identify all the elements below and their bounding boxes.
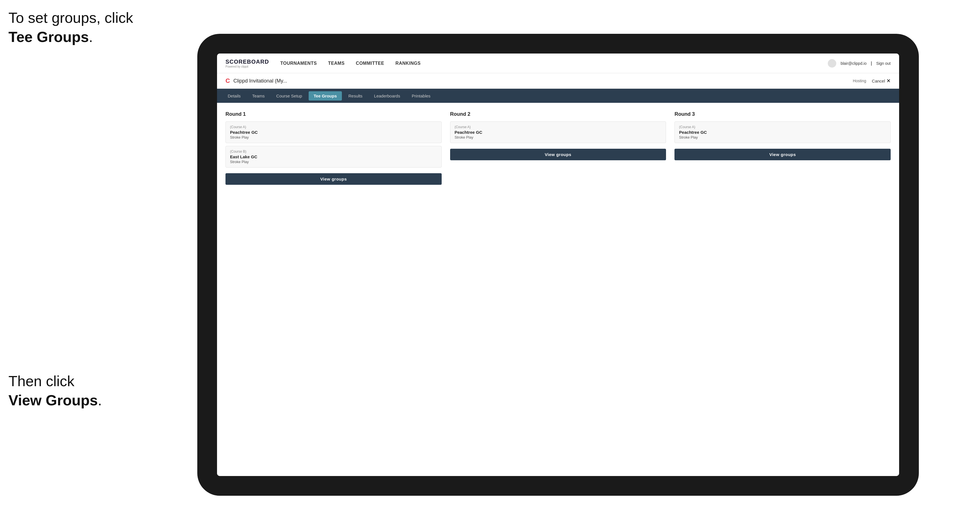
logo-sub: Powered by clippit	[226, 65, 269, 68]
tab-course-setup[interactable]: Course Setup	[271, 91, 307, 100]
instruction-top: To set groups, click Tee Groups.	[8, 8, 133, 46]
separator: |	[871, 61, 872, 66]
instruction-bottom: Then click View Groups.	[8, 372, 102, 410]
cancel-x-icon[interactable]: ✕	[886, 78, 891, 84]
user-email: blair@clippd.io	[840, 61, 866, 66]
nav-teams[interactable]: TEAMS	[328, 61, 345, 66]
round-2-course-a-label: (Course A)	[455, 125, 662, 129]
round-1-course-a-format: Stroke Play	[230, 135, 437, 140]
tab-details[interactable]: Details	[223, 91, 246, 100]
round-1-title: Round 1	[226, 111, 442, 117]
logo-text: SCOREBOARD	[226, 59, 269, 65]
round-1-course-b-card: (Course B) East Lake GC Stroke Play	[226, 146, 442, 168]
top-nav: SCOREBOARD Powered by clippit TOURNAMENT…	[217, 54, 899, 73]
nav-links: TOURNAMENTS TEAMS COMMITTEE RANKINGS	[280, 61, 828, 66]
round-2-column: Round 2 (Course A) Peachtree GC Stroke P…	[450, 111, 666, 160]
round-3-course-a-format: Stroke Play	[679, 135, 886, 140]
round-3-title: Round 3	[675, 111, 891, 117]
round-1-course-b-label: (Course B)	[230, 149, 437, 154]
nav-tournaments[interactable]: TOURNAMENTS	[280, 61, 317, 66]
rounds-container: Round 1 (Course A) Peachtree GC Stroke P…	[226, 111, 891, 185]
nav-right: blair@clippd.io | Sign out	[828, 59, 891, 68]
tab-leaderboards[interactable]: Leaderboards	[369, 91, 405, 100]
round-2-course-a-format: Stroke Play	[455, 135, 662, 140]
tab-printables[interactable]: Printables	[407, 91, 436, 100]
round-3-course-a-label: (Course A)	[679, 125, 886, 129]
round-1-course-a-card: (Course A) Peachtree GC Stroke Play	[226, 121, 442, 143]
instruction-top-line2: Tee Groups	[8, 29, 89, 45]
round-2-course-a-name: Peachtree GC	[455, 130, 662, 135]
instruction-bottom-line1: Then click	[8, 373, 75, 389]
round-1-course-a-label: (Course A)	[230, 125, 437, 129]
nav-rankings[interactable]: RANKINGS	[395, 61, 420, 66]
avatar	[828, 59, 836, 68]
tab-teams[interactable]: Teams	[247, 91, 270, 100]
round-2-title: Round 2	[450, 111, 666, 117]
round-1-view-groups-button[interactable]: View groups	[226, 173, 442, 185]
tab-bar: Details Teams Course Setup Tee Groups Re…	[217, 89, 899, 103]
nav-committee[interactable]: COMMITTEE	[356, 61, 385, 66]
round-1-course-b-format: Stroke Play	[230, 160, 437, 164]
instruction-top-line1: To set groups, click	[8, 10, 133, 26]
tournament-header: C Clippd Invitational (My... Hosting Can…	[217, 73, 899, 89]
tab-results[interactable]: Results	[343, 91, 368, 100]
main-content: Round 1 (Course A) Peachtree GC Stroke P…	[217, 103, 899, 476]
round-2-course-a-card: (Course A) Peachtree GC Stroke Play	[450, 121, 666, 143]
round-1-column: Round 1 (Course A) Peachtree GC Stroke P…	[226, 111, 442, 185]
round-1-course-a-name: Peachtree GC	[230, 130, 437, 135]
round-3-course-a-name: Peachtree GC	[679, 130, 886, 135]
round-1-course-b-name: East Lake GC	[230, 154, 437, 159]
logo-area: SCOREBOARD Powered by clippit	[226, 59, 269, 68]
round-2-view-groups-button[interactable]: View groups	[450, 149, 666, 160]
hosting-badge: Hosting	[853, 79, 866, 83]
tournament-logo-icon: C	[226, 77, 230, 84]
tournament-name: Clippd Invitational (My...	[233, 78, 853, 84]
instruction-bottom-line2: View Groups	[8, 392, 98, 408]
cancel-button[interactable]: Cancel	[872, 79, 885, 83]
tablet-frame: SCOREBOARD Powered by clippit TOURNAMENT…	[197, 34, 919, 496]
tab-tee-groups[interactable]: Tee Groups	[309, 91, 342, 100]
round-3-view-groups-button[interactable]: View groups	[675, 149, 891, 160]
sign-out-link[interactable]: Sign out	[876, 61, 891, 66]
round-3-course-a-card: (Course A) Peachtree GC Stroke Play	[675, 121, 891, 143]
round-3-column: Round 3 (Course A) Peachtree GC Stroke P…	[675, 111, 891, 160]
tablet-screen: SCOREBOARD Powered by clippit TOURNAMENT…	[217, 54, 899, 476]
